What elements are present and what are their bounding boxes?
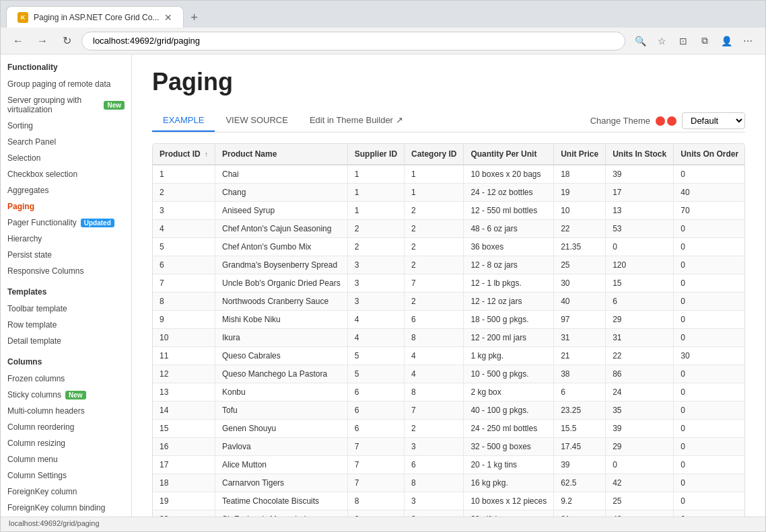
cell-row-16-col-4: 32 - 500 g boxes — [464, 438, 554, 456]
table-row: 4Chef Anton's Cajun Seasoning2248 - 6 oz… — [153, 220, 745, 238]
table-row: 20Sir Rodney's Marmalade8330 gift boxes8… — [153, 510, 745, 517]
cell-row-3-col-7: 70 — [674, 202, 745, 220]
cell-row-10-col-5: 31 — [554, 329, 606, 347]
reload-button[interactable]: ↻ — [57, 32, 76, 50]
cell-row-14-col-3: 7 — [405, 402, 464, 420]
cell-row-13-col-4: 2 kg box — [464, 383, 554, 402]
cell-row-7-col-1: Uncle Bob's Organic Dried Pears — [215, 274, 348, 293]
profile-icon[interactable]: 👤 — [717, 32, 736, 50]
col-header-units-in-stock[interactable]: Units In Stock — [606, 144, 674, 165]
new-tab-button[interactable]: + — [185, 8, 203, 28]
theme-dot-2[interactable] — [667, 116, 676, 126]
sidebar-section-templates: Templates — [1, 279, 131, 301]
sidebar-item-checkbox-selection[interactable]: Checkbox selection — [1, 166, 131, 182]
favicon-icon: K — [18, 12, 28, 23]
cell-row-18-col-3: 8 — [405, 474, 464, 492]
cell-row-7-col-7: 0 — [674, 274, 745, 293]
demo-tabs: EXAMPLE VIEW SOURCE Edit in Theme Builde… — [152, 110, 745, 132]
col-header-supplier-id[interactable]: Supplier ID — [347, 144, 404, 165]
tab-view-source[interactable]: VIEW SOURCE — [215, 110, 298, 132]
cell-row-4-col-4: 48 - 6 oz jars — [464, 220, 554, 238]
tab-example[interactable]: EXAMPLE — [152, 110, 215, 132]
sidebar-item-row-template[interactable]: Row template — [1, 317, 131, 333]
sidebar-item-hierarchy[interactable]: Hierarchy — [1, 231, 131, 247]
search-icon[interactable]: 🔍 — [631, 32, 650, 50]
extensions-icon[interactable]: ⧉ — [695, 32, 714, 50]
theme-toggle[interactable] — [656, 116, 676, 126]
cell-row-15-col-5: 15.5 — [554, 420, 606, 438]
tab-close-button[interactable]: ✕ — [164, 12, 172, 23]
tab-edit-theme[interactable]: Edit in Theme Builder ↗ — [299, 110, 414, 132]
tab-bar: K Paging in ASP.NET Core Grid Co... ✕ + — [1, 1, 765, 28]
sidebar-item-column-resizing[interactable]: Column resizing — [1, 435, 131, 451]
col-header-quantity-per-unit[interactable]: Quantity Per Unit — [464, 144, 554, 165]
sidebar-item-paging[interactable]: Paging — [1, 198, 131, 215]
sidebar-item-aggregates[interactable]: Aggregates — [1, 182, 131, 198]
col-header-product-name[interactable]: Product Name — [215, 144, 348, 165]
cell-row-20-col-3: 3 — [405, 510, 464, 517]
back-button[interactable]: ← — [9, 32, 28, 50]
cell-row-5-col-6: 0 — [606, 238, 674, 256]
col-header-unit-price[interactable]: Unit Price — [554, 144, 606, 165]
cell-row-5-col-2: 2 — [347, 238, 404, 256]
theme-select[interactable]: Default Bootstrap Material — [682, 112, 745, 129]
forward-button[interactable]: → — [33, 32, 52, 50]
sidebar-item-sticky-columns[interactable]: Sticky columns New — [1, 387, 131, 403]
sidebar-item-server-grouping[interactable]: Server grouping with virtualization New — [1, 92, 131, 118]
cell-row-16-col-1: Pavlova — [215, 438, 348, 456]
cell-row-3-col-0: 3 — [153, 202, 215, 220]
sidebar-item-toolbar-template[interactable]: Toolbar template — [1, 301, 131, 317]
col-header-product-id[interactable]: Product ID ↑ — [153, 144, 215, 165]
cell-row-17-col-1: Alice Mutton — [215, 456, 348, 474]
bookmark-icon[interactable]: ⊡ — [674, 32, 693, 50]
sidebar-item-persist-state[interactable]: Persist state — [1, 247, 131, 263]
theme-dot-1[interactable] — [656, 116, 665, 126]
cell-row-14-col-2: 6 — [347, 402, 404, 420]
theme-controls: Change Theme Default Bootstrap Material — [590, 112, 745, 129]
cell-row-7-col-0: 7 — [153, 274, 215, 293]
address-input[interactable] — [81, 32, 625, 50]
grid-body: 1Chai1110 boxes x 20 bags1839010false2Ch… — [153, 165, 745, 517]
cell-row-1-col-6: 39 — [606, 165, 674, 184]
sidebar-item-selection[interactable]: Selection — [1, 150, 131, 166]
sidebar-item-pager-functionality[interactable]: Pager Functionality Updated — [1, 215, 131, 231]
cell-row-13-col-2: 6 — [347, 383, 404, 402]
cell-row-12-col-5: 38 — [554, 365, 606, 383]
cell-row-12-col-3: 4 — [405, 365, 464, 383]
cell-row-15-col-4: 24 - 250 ml bottles — [464, 420, 554, 438]
sidebar-item-responsive-columns[interactable]: Responsive Columns — [1, 263, 131, 279]
sidebar-item-foreignkey-column-binding[interactable]: ForeignKey column binding — [1, 500, 131, 516]
sidebar-item-sorting[interactable]: Sorting — [1, 118, 131, 134]
menu-icon[interactable]: ⋯ — [738, 32, 757, 50]
cell-row-14-col-4: 40 - 100 g pkgs. — [464, 402, 554, 420]
cell-row-18-col-5: 62.5 — [554, 474, 606, 492]
cell-row-15-col-7: 0 — [674, 420, 745, 438]
col-header-category-id[interactable]: Category ID — [405, 144, 464, 165]
cell-row-14-col-1: Tofu — [215, 402, 348, 420]
sidebar-item-column-settings[interactable]: Column Settings — [1, 467, 131, 484]
col-header-units-on-order[interactable]: Units On Order — [674, 144, 745, 165]
sidebar-item-detail-template[interactable]: Detail template — [1, 333, 131, 349]
table-row: 11Queso Cabrales541 kg pkg.21223030false — [153, 347, 745, 365]
table-row: 9Mishi Kobe Niku4618 - 500 g pkgs.972900… — [153, 311, 745, 329]
cell-row-7-col-5: 30 — [554, 274, 606, 293]
sidebar-item-search-panel[interactable]: Search Panel — [1, 134, 131, 150]
change-theme-label: Change Theme — [590, 116, 650, 126]
sidebar-item-frozen-columns[interactable]: Frozen columns — [1, 371, 131, 387]
cell-row-3-col-4: 12 - 550 ml bottles — [464, 202, 554, 220]
grid-table: Product ID ↑ Product Name Supplier ID Ca… — [153, 144, 745, 517]
sidebar-item-column-reordering[interactable]: Column reordering — [1, 419, 131, 435]
cell-row-1-col-1: Chai — [215, 165, 348, 184]
cell-row-4-col-1: Chef Anton's Cajun Seasoning — [215, 220, 348, 238]
sidebar-item-multi-column-headers[interactable]: Multi-column headers — [1, 403, 131, 419]
cell-row-8-col-1: Northwoods Cranberry Sauce — [215, 293, 348, 311]
cell-row-15-col-0: 15 — [153, 420, 215, 438]
star-icon[interactable]: ☆ — [652, 32, 671, 50]
cell-row-8-col-6: 6 — [606, 293, 674, 311]
sidebar-item-foreignkey-column[interactable]: ForeignKey column — [1, 484, 131, 500]
cell-row-5-col-7: 0 — [674, 238, 745, 256]
sidebar-item-group-paging[interactable]: Group paging of remote data — [1, 76, 131, 92]
browser-tab[interactable]: K Paging in ASP.NET Core Grid Co... ✕ — [6, 6, 184, 28]
cell-row-9-col-0: 9 — [153, 311, 215, 329]
sidebar-item-column-menu[interactable]: Column menu — [1, 451, 131, 467]
